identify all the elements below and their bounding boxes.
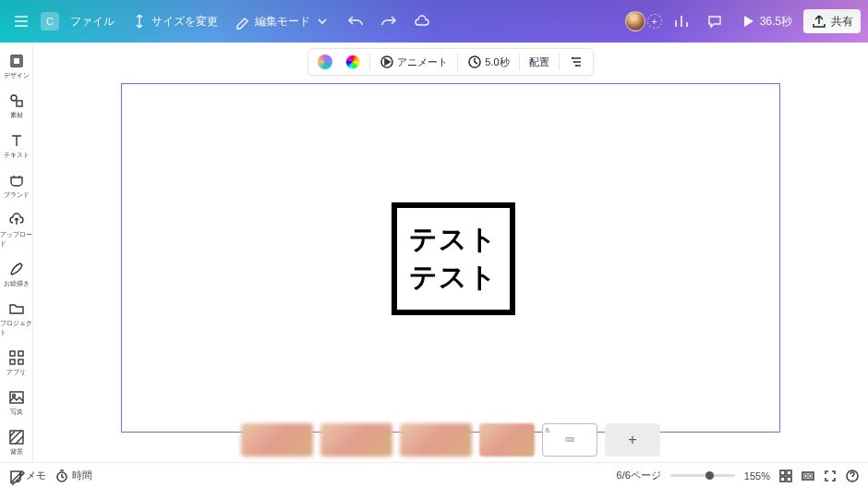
svg-rect-3 (17, 101, 22, 106)
hamburger-menu[interactable] (7, 9, 35, 33)
page-thumbnail[interactable] (479, 423, 535, 457)
comments-button[interactable] (701, 9, 729, 33)
sliders-icon (569, 55, 584, 69)
svg-point-2 (11, 95, 17, 101)
sidebar-item-label: お絵描き (4, 279, 30, 288)
page-indicator[interactable]: 6/6ページ (617, 469, 661, 482)
separator (519, 54, 520, 70)
text-line-2: テスト (409, 259, 498, 297)
animate-icon (380, 55, 394, 69)
zoom-value[interactable]: 155% (744, 470, 770, 482)
top-bar: C ファイル サイズを変更 編集モード + 36.5秒 共有 (0, 0, 868, 43)
sidebar-item-label: プロジェクト (0, 319, 33, 337)
clock-icon (467, 55, 482, 69)
menu-icon (13, 13, 30, 30)
plus-icon: + (628, 432, 636, 448)
svg-rect-4 (10, 351, 15, 356)
sidebar-item-elements[interactable]: 素材 (0, 88, 33, 126)
edit-mode-dropdown[interactable]: 編集モード (229, 9, 336, 33)
sidebar-item-label: 素材 (10, 111, 23, 120)
sidebar-item-apps[interactable]: アプリ (0, 345, 33, 383)
animate-button[interactable]: アニメート (376, 52, 452, 72)
svg-rect-14 (780, 470, 785, 475)
text-box-element[interactable]: テスト テスト (392, 202, 515, 315)
left-sidebar: デザイン 素材 テキスト ブランド アップロード お絵描き プロジェクト アプ (0, 43, 33, 462)
add-member-button[interactable]: + (647, 14, 662, 29)
file-menu[interactable]: ファイル (65, 10, 120, 33)
notes-label: メモ (26, 469, 46, 482)
color-picker-button[interactable] (342, 52, 364, 72)
timer-icon (55, 470, 68, 482)
apps-icon (8, 349, 25, 366)
timer-label: 時間 (72, 469, 92, 482)
svg-rect-15 (787, 470, 791, 475)
comment-icon (706, 13, 723, 30)
footer-bar: メモ 時間 6/6ページ 155% (0, 462, 868, 488)
design-canvas[interactable]: テスト テスト (121, 83, 780, 433)
analytics-button[interactable] (668, 9, 695, 33)
upload-icon (8, 212, 25, 228)
chevron-down-icon (314, 13, 331, 30)
redo-icon (380, 13, 397, 30)
share-button[interactable]: 共有 (803, 9, 861, 33)
resize-label: サイズを変更 (151, 14, 218, 30)
position-label: 配置 (529, 55, 549, 69)
sidebar-item-text[interactable]: テキスト (0, 128, 33, 165)
page-indicator-label: 6/6ページ (617, 469, 661, 482)
user-avatar[interactable] (625, 11, 645, 31)
share-icon (811, 13, 827, 30)
resize-menu[interactable]: サイズを変更 (126, 9, 223, 33)
page-thumbnail[interactable] (241, 423, 313, 457)
grid-view-button[interactable] (779, 470, 792, 482)
canva-logo-icon[interactable]: C (41, 12, 59, 30)
svg-rect-6 (10, 360, 15, 364)
svg-rect-19 (804, 474, 807, 478)
sidebar-item-draw[interactable]: お絵描き (0, 256, 33, 294)
edit-mode-label: 編集モード (255, 14, 310, 30)
context-toolbar: アニメート 5.0秒 配置 (307, 48, 593, 76)
scroll-icon (802, 470, 814, 482)
position-button[interactable]: 配置 (525, 53, 553, 72)
cloud-sync-button[interactable] (408, 9, 436, 33)
fullscreen-button[interactable] (824, 470, 837, 482)
sidebar-item-label: テキスト (4, 151, 30, 160)
separator (559, 54, 560, 70)
play-presentation-button[interactable]: 36.5秒 (734, 9, 798, 33)
current-page-thumbnail[interactable]: ⌨ (542, 423, 597, 457)
brand-icon (8, 172, 25, 189)
duration-button[interactable]: 5.0秒 (464, 52, 512, 72)
zoom-slider[interactable] (670, 474, 735, 477)
notes-button[interactable]: メモ (9, 469, 46, 482)
help-button[interactable] (846, 470, 859, 482)
fullscreen-icon (824, 470, 837, 482)
sidebar-item-projects[interactable]: プロジェクト (0, 296, 33, 343)
svg-rect-16 (780, 477, 785, 482)
svg-rect-1 (13, 57, 20, 65)
sidebar-item-upload[interactable]: アップロード (0, 207, 33, 254)
pencil-icon (235, 13, 251, 30)
text-line-1: テスト (409, 221, 498, 259)
sidebar-item-label: 写真 (10, 408, 23, 417)
sidebar-item-background[interactable]: 背景 (0, 424, 33, 462)
photo-icon (8, 389, 25, 406)
cloud-check-icon (414, 13, 430, 30)
folder-icon (8, 300, 25, 317)
redo-button[interactable] (375, 9, 403, 33)
magic-switcher-button[interactable] (314, 52, 336, 72)
svg-rect-8 (10, 392, 23, 403)
undo-button[interactable] (342, 9, 369, 33)
page-thumbnails: ⌨ + (241, 423, 660, 457)
sidebar-item-brand[interactable]: ブランド (0, 167, 33, 205)
sidebar-item-photos[interactable]: 写真 (0, 384, 33, 422)
magic-sparkle-icon (318, 55, 332, 69)
draw-icon (8, 261, 25, 277)
timer-button[interactable]: 時間 (55, 469, 92, 482)
add-page-button[interactable]: + (605, 423, 660, 457)
canvas-viewport: テスト テスト (121, 83, 780, 433)
filter-button[interactable] (565, 52, 587, 72)
sidebar-item-design[interactable]: デザイン (0, 48, 33, 86)
page-thumbnail[interactable] (320, 423, 392, 457)
scroll-view-button[interactable] (802, 470, 814, 482)
svg-rect-17 (787, 477, 791, 482)
page-thumbnail[interactable] (400, 423, 472, 457)
